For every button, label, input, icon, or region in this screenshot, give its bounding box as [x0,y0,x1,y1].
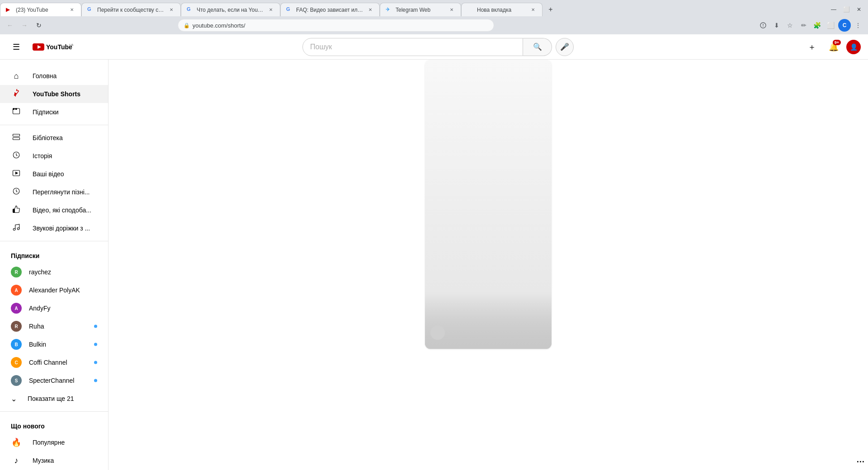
sidebar-item-your-videos[interactable]: Ваші відео [0,165,108,183]
shorts-video-card[interactable] [425,60,552,349]
new-content-dot-specter [94,379,97,382]
tab-favicon-2: G [87,6,94,14]
tab-google-2[interactable]: G Перейти к сообществу сервис... ✕ [81,3,181,16]
sidebar-label-library: Бібліотека [33,134,63,141]
bookmark-icon[interactable]: ☆ [784,19,797,32]
search-button[interactable]: 🔍 [523,38,552,56]
audio-icon [11,223,22,234]
sub-name-andyfy: AndyFy [29,305,50,312]
sub-name-ruha: Ruha [29,323,44,330]
tab-telegram[interactable]: ✈ Telegram Web ✕ [380,3,461,16]
shorts-video-overlay [425,295,552,349]
sub-avatar-alexander: A [11,285,22,296]
url-bar[interactable]: 🔒 youtube.com/shorts/ [178,19,494,32]
search-input[interactable] [302,38,523,56]
extensions-icon[interactable]: 🧩 [811,19,824,32]
close-button[interactable]: ✕ [854,4,864,15]
tab-title-telegram: Telegram Web [396,7,445,13]
sidebar-item-music[interactable]: ♪ Музика [0,451,108,470]
sidebar-item-liked[interactable]: Відео, які сподоба... [0,201,108,219]
sidebar-sub-ruha[interactable]: R Ruha [0,317,108,335]
tab-google-4[interactable]: G FAQ: Видео зависает или не... ✕ [280,3,380,16]
sidebar-item-library[interactable]: Бібліотека [0,129,108,147]
sub-avatar-coffi: C [11,357,22,368]
sidebar-sub-andyfy[interactable]: A AndyFy [0,299,108,317]
more-options-icon[interactable]: ⋮ [852,19,864,32]
youtube-main: ⌂ Головна YouTube Shorts [0,60,868,470]
menu-button[interactable]: ☰ [7,38,25,56]
new-tab-button[interactable]: + [544,3,557,16]
tab-favicon-new [467,6,474,14]
chevron-down-icon: ⌄ [11,395,17,403]
microphone-icon: 🎤 [560,42,569,51]
tab-new[interactable]: Нова вкладка ✕ [461,3,542,16]
tab-favicon-4: G [286,6,293,14]
search-container: 🔍 🎤 [302,38,574,56]
tab-favicon-youtube: ▶ [6,6,13,14]
tab-close-new[interactable]: ✕ [529,6,537,14]
sidebar-sub-specter[interactable]: S SpecterChannel [0,371,108,390]
svg-marker-12 [16,172,18,174]
tab-bar-controls: — ⬜ ✕ [828,4,868,15]
tab-youtube[interactable]: ▶ (23) YouTube ✕ [0,3,81,16]
tab-google-3[interactable]: G Что делать, если на YouTube п... ✕ [181,3,280,16]
sidebar-section-library: Бібліотека Історія Ваші відео [0,125,108,241]
youtube-sidebar: ⌂ Головна YouTube Shorts [0,60,108,470]
sidebar-item-popular[interactable]: 🔥 Популярне [0,433,108,451]
tab-close-youtube[interactable]: ✕ [68,6,75,14]
tab-close-telegram[interactable]: ✕ [448,6,455,14]
profile-switch-icon[interactable]: ⬜ [825,19,837,32]
sidebar-item-watch-later[interactable]: Переглянути пізні... [0,183,108,201]
avatar-image: 👤 [850,43,858,51]
shorts-icon [11,89,22,99]
reload-button[interactable]: ↻ [33,19,45,32]
tab-close-2[interactable]: ✕ [168,6,175,14]
youtube-header-right: ＋ 🔔 9+ 👤 [803,38,861,56]
sidebar-item-subscriptions[interactable]: Підписки [0,103,108,121]
sidebar-sub-raychez[interactable]: R raychez [0,263,108,281]
tab-title-new: Нова вкладка [477,7,527,13]
google-lens-icon[interactable] [757,19,769,32]
notifications-button[interactable]: 🔔 9+ [825,38,843,56]
edit-icon[interactable]: ✏ [797,19,810,32]
url-text: youtube.com/shorts/ [193,22,245,29]
sidebar-item-shorts[interactable]: YouTube Shorts [0,85,108,103]
svg-rect-8 [13,134,20,136]
sidebar-item-audio[interactable]: Звукові доріжки з ... [0,219,108,237]
svg-rect-6 [13,108,15,110]
music-icon: ♪ [11,456,22,465]
svg-text:YouTube: YouTube [46,43,72,51]
youtube-content: ⋯ [108,60,868,470]
forward-button[interactable]: → [18,19,31,32]
sidebar-item-home[interactable]: ⌂ Головна [0,67,108,85]
sidebar-item-history[interactable]: Історія [0,147,108,165]
user-avatar[interactable]: 👤 [846,40,861,54]
your-videos-icon [11,169,22,179]
browser-profile-button[interactable]: C [838,19,851,32]
shorts-loading-spinner [430,325,445,340]
download-icon[interactable]: ⬇ [770,19,783,32]
tab-title-4: FAQ: Видео зависает или не... [296,7,364,13]
sidebar-sub-bulkin[interactable]: B Bulkin [0,335,108,353]
tab-title-2: Перейти к сообществу сервис... [97,7,165,13]
tab-close-4[interactable]: ✕ [367,6,374,14]
tab-bar: ▶ (23) YouTube ✕ G Перейти к сообществу … [0,0,868,16]
shorts-more-options-button[interactable]: ⋯ [856,456,864,466]
tab-close-3[interactable]: ✕ [267,6,274,14]
sub-name-specter: SpecterChannel [29,377,74,384]
notification-count: 9+ [833,40,841,45]
voice-search-button[interactable]: 🎤 [556,38,574,56]
sub-name-raychez: raychez [29,268,51,276]
back-button[interactable]: ← [4,19,16,32]
sidebar-sub-alexander[interactable]: A Alexander PolyAK [0,281,108,299]
create-icon: ＋ [808,42,816,52]
sidebar-label-shorts: YouTube Shorts [33,90,80,98]
youtube-logo[interactable]: YouTube UA [33,42,73,52]
maximize-button[interactable]: ⬜ [841,4,852,15]
create-video-button[interactable]: ＋ [803,38,821,56]
minimize-button[interactable]: — [828,4,839,15]
show-more-subscriptions-button[interactable]: ⌄ Показати ще 21 [0,390,108,408]
youtube-logo-svg: YouTube UA [33,42,73,52]
sidebar-sub-coffi[interactable]: C Coffi Channel [0,353,108,371]
sub-avatar-specter: S [11,375,22,386]
